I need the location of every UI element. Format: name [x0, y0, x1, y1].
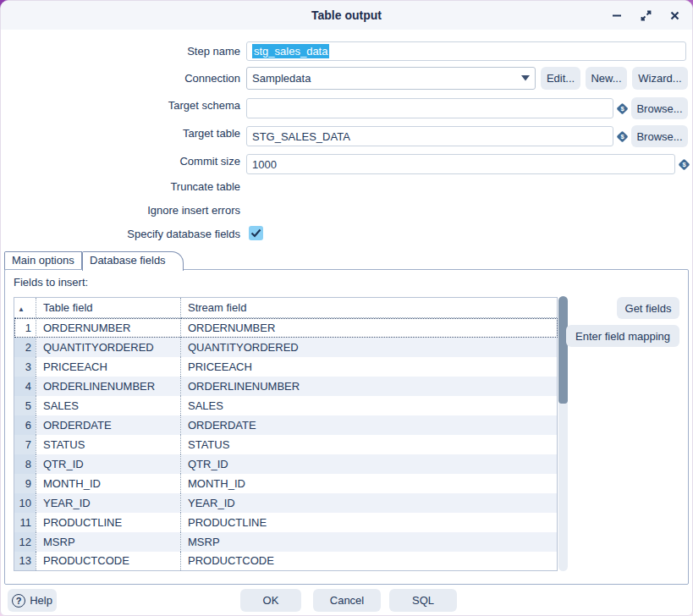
- tab-database-fields[interactable]: Database fields: [82, 251, 184, 271]
- help-icon: ?: [12, 594, 25, 608]
- row-number: 8: [14, 454, 36, 474]
- variable-icon: $: [616, 130, 629, 143]
- row-number: 11: [14, 513, 36, 532]
- stream-field-cell[interactable]: YEAR_ID: [181, 493, 558, 513]
- stream-field-cell[interactable]: ORDERDATE: [181, 415, 558, 435]
- fields-table: ▲ Table field Stream field 1ORDERNUMBERO…: [14, 297, 558, 571]
- table-field-cell[interactable]: PRODUCTCODE: [36, 552, 181, 571]
- table-field-cell[interactable]: PRODUCTLINE: [36, 513, 181, 532]
- row-number: 2: [14, 338, 36, 357]
- target-table-input[interactable]: STG_SALES_DATA: [246, 126, 613, 146]
- table-field-cell[interactable]: QTR_ID: [36, 454, 181, 474]
- variable-icon: $: [616, 102, 629, 115]
- fields-to-insert-label: Fields to insert:: [14, 276, 88, 289]
- step-name-value: stg_sales_data: [252, 44, 329, 58]
- help-button[interactable]: ? Help: [8, 589, 57, 612]
- stream-field-cell[interactable]: SALES: [181, 396, 558, 415]
- target-table-label: Target table: [1, 127, 240, 140]
- enter-field-mapping-button[interactable]: Enter field mapping: [566, 325, 679, 347]
- stream-field-cell[interactable]: PRODUCTCODE: [181, 552, 558, 571]
- stream-field-cell[interactable]: MSRP: [181, 532, 558, 552]
- table-row[interactable]: 2QUANTITYORDEREDQUANTITYORDERED: [14, 338, 558, 357]
- fields-table-header[interactable]: ▲ Table field Stream field: [14, 298, 558, 318]
- table-row[interactable]: 10YEAR_IDYEAR_ID: [14, 493, 558, 513]
- sort-ascending-icon: ▲: [18, 305, 25, 313]
- sql-button[interactable]: SQL: [389, 589, 457, 612]
- table-row[interactable]: 12MSRPMSRP: [14, 532, 558, 552]
- table-field-cell[interactable]: QUANTITYORDERED: [36, 338, 181, 357]
- table-field-cell[interactable]: ORDERDATE: [36, 415, 181, 435]
- row-number: 13: [14, 552, 36, 571]
- database-fields-panel: Fields to insert: ▲ Table field Stream f…: [4, 269, 689, 585]
- step-name-label: Step name: [1, 45, 240, 58]
- commit-size-label: Commit size: [1, 155, 240, 168]
- sort-column-header[interactable]: ▲: [14, 298, 36, 318]
- form-area: Step name stg_sales_data Connection Samp…: [1, 30, 692, 251]
- scrollbar-thumb[interactable]: [558, 296, 568, 404]
- stream-field-cell[interactable]: QTR_ID: [181, 454, 558, 474]
- table-field-column-header[interactable]: Table field: [36, 298, 181, 318]
- stream-field-cell[interactable]: ORDERLINENUMBER: [181, 377, 558, 396]
- stream-field-cell[interactable]: STATUS: [181, 435, 558, 454]
- table-field-cell[interactable]: SALES: [36, 396, 181, 415]
- connection-wizard-button[interactable]: Wizard...: [632, 67, 688, 90]
- table-row[interactable]: 11PRODUCTLINEPRODUCTLINE: [14, 513, 558, 532]
- target-schema-browse-button[interactable]: Browse...: [631, 97, 688, 119]
- ignore-insert-errors-checkbox[interactable]: [249, 202, 263, 217]
- connection-value: Sampledata: [252, 72, 311, 85]
- commit-size-input[interactable]: 1000: [246, 154, 675, 174]
- row-number: 5: [14, 396, 36, 415]
- table-row[interactable]: 4ORDERLINENUMBERORDERLINENUMBER: [14, 377, 558, 396]
- table-row[interactable]: 7STATUSSTATUS: [14, 435, 558, 454]
- commit-size-value: 1000: [252, 158, 277, 171]
- table-row[interactable]: 8QTR_IDQTR_ID: [14, 454, 558, 474]
- connection-select[interactable]: Sampledata: [246, 67, 536, 90]
- ok-button[interactable]: OK: [240, 589, 301, 612]
- stream-field-cell[interactable]: ORDERNUMBER: [181, 318, 558, 338]
- target-table-value: STG_SALES_DATA: [252, 130, 350, 143]
- table-field-cell[interactable]: YEAR_ID: [36, 493, 181, 513]
- table-row[interactable]: 1ORDERNUMBERORDERNUMBER: [14, 318, 558, 338]
- table-row[interactable]: 5SALESSALES: [14, 396, 558, 415]
- row-number: 7: [14, 435, 36, 454]
- target-schema-label: Target schema: [1, 99, 240, 112]
- step-name-input[interactable]: stg_sales_data: [246, 41, 686, 61]
- table-row[interactable]: 3PRICEEACHPRICEEACH: [14, 357, 558, 377]
- target-schema-input[interactable]: [246, 98, 613, 118]
- table-field-cell[interactable]: ORDERNUMBER: [36, 318, 181, 338]
- cancel-button[interactable]: Cancel: [313, 589, 381, 612]
- ignore-insert-errors-label: Ignore insert errors: [1, 204, 240, 217]
- dialog-title: Table output: [311, 8, 382, 22]
- table-row[interactable]: 13PRODUCTCODEPRODUCTCODE: [14, 552, 558, 571]
- row-number: 1: [14, 318, 36, 338]
- target-table-browse-button[interactable]: Browse...: [631, 125, 688, 147]
- help-label: Help: [30, 594, 52, 607]
- stream-field-cell[interactable]: QUANTITYORDERED: [181, 338, 558, 357]
- stream-field-cell[interactable]: PRODUCTLINE: [181, 513, 558, 532]
- minimize-button[interactable]: [611, 9, 623, 21]
- table-field-cell[interactable]: PRICEEACH: [36, 357, 181, 377]
- variable-icon: $: [678, 158, 690, 171]
- specify-database-fields-checkbox[interactable]: [249, 226, 263, 240]
- connection-edit-button[interactable]: Edit...: [541, 67, 580, 90]
- titlebar[interactable]: Table output: [1, 1, 692, 30]
- tab-main-options[interactable]: Main options: [4, 251, 82, 270]
- table-row[interactable]: 6ORDERDATEORDERDATE: [14, 415, 558, 435]
- table-field-cell[interactable]: MONTH_ID: [36, 474, 181, 493]
- table-row[interactable]: 9MONTH_IDMONTH_ID: [14, 474, 558, 493]
- table-field-cell[interactable]: MSRP: [36, 532, 181, 552]
- table-field-cell[interactable]: ORDERLINENUMBER: [36, 377, 181, 396]
- maximize-button[interactable]: [640, 9, 652, 21]
- stream-field-column-header[interactable]: Stream field: [181, 298, 558, 318]
- field-table-body: 1ORDERNUMBERORDERNUMBER2QUANTITYORDEREDQ…: [14, 318, 558, 571]
- connection-new-button[interactable]: New...: [586, 67, 627, 90]
- stream-field-cell[interactable]: MONTH_ID: [181, 474, 558, 493]
- connection-label: Connection: [1, 72, 240, 85]
- get-fields-button[interactable]: Get fields: [617, 297, 679, 319]
- truncate-table-checkbox[interactable]: [249, 179, 263, 193]
- close-button[interactable]: [668, 9, 680, 21]
- stream-field-cell[interactable]: PRICEEACH: [181, 357, 558, 377]
- table-field-cell[interactable]: STATUS: [36, 435, 181, 454]
- row-number: 3: [14, 357, 36, 377]
- row-number: 4: [14, 377, 36, 396]
